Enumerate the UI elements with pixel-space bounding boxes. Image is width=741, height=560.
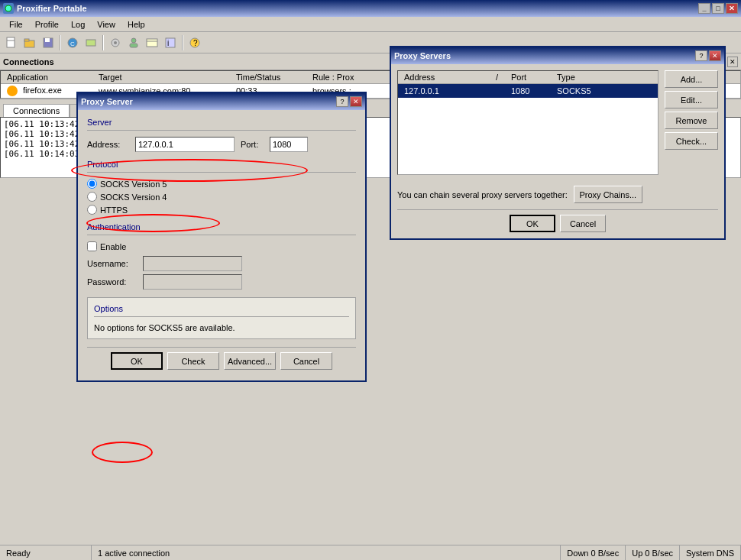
options-section-label: Options xyxy=(94,304,349,313)
toolbar-save-btn[interactable] xyxy=(40,34,57,51)
maximize-button[interactable]: □ xyxy=(712,3,724,14)
status-connections: 1 active connection xyxy=(92,545,561,560)
proxy-servers-ok-btn[interactable]: OK xyxy=(510,215,555,232)
radio-socks4[interactable] xyxy=(87,192,97,202)
proxy-servers-bottom-btns: OK Cancel xyxy=(397,209,718,232)
proxy-help-btn[interactable]: ? xyxy=(695,50,707,61)
menu-file[interactable]: File xyxy=(3,18,29,31)
proxy-servers-title: Proxy Servers xyxy=(394,51,451,60)
socks4-label: SOCKS Version 4 xyxy=(100,193,167,202)
options-section: Options No options for SOCKS5 are availa… xyxy=(87,297,356,339)
options-text: No options for SOCKS5 are available. xyxy=(94,323,235,332)
dialog-close-btn[interactable]: ✕ xyxy=(350,96,362,107)
svg-rect-1 xyxy=(7,37,15,47)
edit-proxy-btn[interactable]: Edit... xyxy=(665,91,718,108)
proxy-servers-titlebar: Proxy Servers ? ✕ xyxy=(391,47,724,64)
auth-divider xyxy=(87,235,356,235)
proxy-cell-address: 127.0.0.1 xyxy=(398,84,490,99)
dialog-cancel-btn[interactable]: Cancel xyxy=(280,352,332,370)
svg-text:i: i xyxy=(167,39,169,47)
radio-socks4-row: SOCKS Version 4 xyxy=(87,192,356,202)
proxy-col-port: Port xyxy=(505,71,551,84)
svg-text:?: ? xyxy=(193,39,198,47)
dialog-ok-btn[interactable]: OK xyxy=(111,352,163,370)
dialog-title-btns: ? ✕ xyxy=(336,96,362,107)
svg-point-12 xyxy=(131,38,136,43)
proxy-servers-main: Address / Port Type 127.0.0.1 xyxy=(397,70,718,181)
status-dns: System DNS xyxy=(680,545,741,560)
dialog-help-btn[interactable]: ? xyxy=(336,96,348,107)
username-input[interactable] xyxy=(143,256,242,271)
enable-label: Enable xyxy=(100,242,126,251)
toolbar-sep-1 xyxy=(60,35,61,50)
chain-row: You can chain several proxy servers toge… xyxy=(397,186,718,203)
radio-https[interactable] xyxy=(87,205,97,215)
dialog-check-btn[interactable]: Check xyxy=(167,352,219,370)
password-row: Password: xyxy=(87,274,356,290)
svg-rect-4 xyxy=(24,39,29,41)
username-row: Username: xyxy=(87,256,356,271)
app-title: Proxifier Portable xyxy=(17,4,87,13)
remove-proxy-btn[interactable]: Remove xyxy=(665,112,718,129)
toolbar-btn3[interactable] xyxy=(125,34,142,51)
options-divider xyxy=(94,316,349,317)
proxy-servers-cancel-btn[interactable]: Cancel xyxy=(560,215,606,232)
dialog-title: Proxy Server xyxy=(81,97,133,106)
close-button[interactable]: ✕ xyxy=(726,3,738,14)
status-ready: Ready xyxy=(0,545,92,560)
username-label: Username: xyxy=(87,259,137,268)
toolbar-btn4[interactable] xyxy=(144,34,160,51)
toolbar-btn2[interactable] xyxy=(83,34,99,51)
radio-socks5[interactable] xyxy=(87,179,97,189)
address-input[interactable] xyxy=(135,137,235,152)
proxy-table-empty-space xyxy=(398,98,658,174)
app-icon xyxy=(3,3,14,14)
auth-section-label: Authentication xyxy=(87,222,356,231)
address-label: Address: xyxy=(87,140,129,149)
radio-https-row: HTTPS xyxy=(87,205,356,215)
menu-bar: File Profile Log View Help xyxy=(0,17,741,32)
panel-title: Connections xyxy=(3,57,54,66)
toolbar-connections-btn[interactable]: C xyxy=(64,34,81,51)
proxy-table-row[interactable]: 127.0.0.1 1080 SOCKS5 xyxy=(398,84,658,99)
toolbar-settings-btn[interactable] xyxy=(107,34,124,51)
col-application: Application xyxy=(1,71,92,84)
col-target: Target xyxy=(92,71,230,84)
password-label: Password: xyxy=(87,277,137,286)
proxy-servers-window: Proxy Servers ? ✕ Address / xyxy=(390,46,726,240)
title-buttons: _ □ ✕ xyxy=(698,3,738,14)
menu-log[interactable]: Log xyxy=(65,18,91,31)
tab-connections[interactable]: Connections xyxy=(3,104,70,117)
svg-point-0 xyxy=(5,5,11,11)
proxy-col-type: Type xyxy=(551,71,658,84)
proxy-table-area: Address / Port Type 127.0.0.1 xyxy=(397,70,658,181)
minimize-button[interactable]: _ xyxy=(698,3,710,14)
toolbar-btn5[interactable]: i xyxy=(162,34,179,51)
proxy-chains-btn[interactable]: Proxy Chains... xyxy=(574,186,642,203)
menu-view[interactable]: View xyxy=(91,18,121,31)
proxy-close-btn[interactable]: ✕ xyxy=(709,50,721,61)
add-proxy-btn[interactable]: Add... xyxy=(665,70,718,88)
proxy-table-container: Address / Port Type 127.0.0.1 xyxy=(397,70,658,175)
main-window: Proxifier Portable _ □ ✕ File Profile Lo… xyxy=(0,0,741,560)
server-row: Address: Port: xyxy=(87,137,356,152)
toolbar-new-btn[interactable] xyxy=(3,34,20,51)
status-down: Down 0 B/sec xyxy=(561,545,626,560)
toolbar-open-btn[interactable] xyxy=(21,34,38,51)
menu-help[interactable]: Help xyxy=(121,18,151,31)
proxy-cell-port: 1080 xyxy=(505,84,551,99)
svg-rect-13 xyxy=(130,44,138,47)
menu-profile[interactable]: Profile xyxy=(29,18,65,31)
proxy-table: Address / Port Type 127.0.0.1 xyxy=(398,71,658,98)
toolbar-help-btn[interactable]: ? xyxy=(186,34,203,51)
password-input[interactable] xyxy=(143,274,242,290)
main-title-bar: Proxifier Portable _ □ ✕ xyxy=(0,0,741,17)
check-proxy-btn[interactable]: Check... xyxy=(665,132,718,150)
dialog-advanced-btn[interactable]: Advanced... xyxy=(224,352,276,370)
proxy-servers-title-btns: ? ✕ xyxy=(695,50,721,61)
dialog-titlebar: Proxy Server ? ✕ xyxy=(78,93,365,110)
enable-checkbox[interactable] xyxy=(87,241,97,251)
port-input[interactable] xyxy=(270,137,308,152)
proxy-cell-slash xyxy=(490,84,505,99)
panel-close-btn[interactable]: ✕ xyxy=(727,57,738,67)
